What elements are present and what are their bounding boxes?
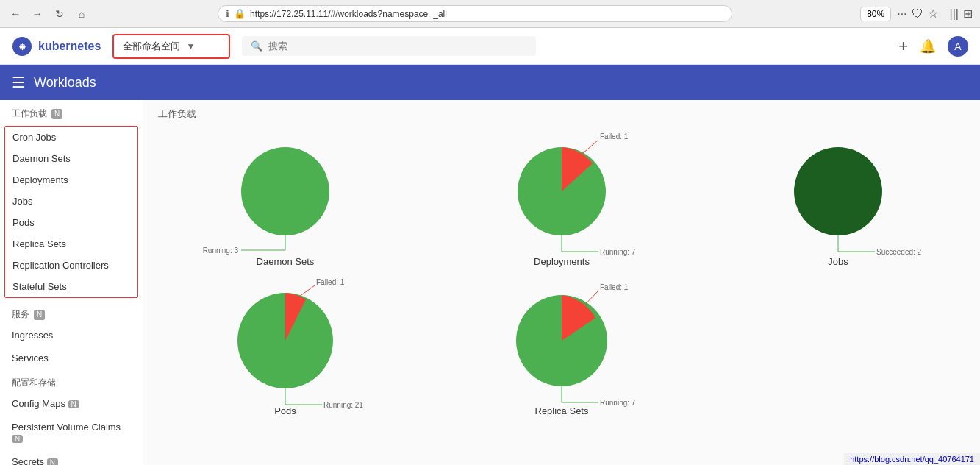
sidebar-item-daemon-sets[interactable]: Daemon Sets	[5, 148, 137, 169]
sidebar-item-jobs[interactable]: Jobs	[5, 191, 137, 212]
search-input[interactable]	[268, 40, 527, 52]
notification-icon[interactable]: 🔔	[920, 38, 936, 54]
back-button[interactable]: ←	[7, 6, 24, 22]
main-layout: 工作负载 N Cron Jobs Daemon Sets Deployments…	[0, 100, 980, 465]
sidebar-item-secrets[interactable]: Secrets N	[0, 450, 143, 465]
services-section-label: 服务 N	[0, 301, 143, 324]
svg-text:Running: 7: Running: 7	[600, 399, 636, 407]
topbar-right: + 🔔 A	[898, 36, 968, 57]
zoom-level: 80%	[860, 7, 891, 21]
browser-chrome: ← → ↻ ⌂ ℹ 🔒 https://172.25.11.11/#/workl…	[0, 0, 980, 28]
sidebar-item-config-maps[interactable]: Config Maps N	[0, 392, 143, 416]
svg-line-7	[577, 140, 598, 158]
url-text: https://172.25.11.11/#/workloads?namespa…	[250, 9, 447, 19]
svg-text:Running: 3: Running: 3	[203, 246, 239, 255]
chart-pods: Failed: 1 Running: 21 Pods	[158, 282, 412, 416]
home-button[interactable]: ⌂	[74, 6, 90, 22]
app-logo: ⎈ kubernetes	[12, 36, 101, 57]
search-icon: 🔍	[251, 40, 262, 52]
chart-daemon-sets-wrapper: Running: 3	[226, 132, 344, 250]
replica-sets-label: Replica Sets	[535, 405, 589, 416]
chart-jobs-wrapper: Succeeded: 2	[779, 132, 897, 250]
svg-line-23	[581, 291, 598, 309]
avatar[interactable]: A	[948, 36, 968, 57]
app-name: kubernetes	[38, 40, 101, 53]
svg-text:Running: 21: Running: 21	[323, 401, 363, 409]
chevron-down-icon: ▼	[186, 41, 195, 52]
browser-actions: ··· 🛡 ☆ ||| ⊞	[897, 7, 973, 21]
replica-sets-annotation-svg: Failed: 1 Running: 7	[503, 282, 620, 400]
svg-text:Failed: 1: Failed: 1	[600, 283, 629, 291]
jobs-label: Jobs	[828, 256, 848, 267]
svg-text:Running: 7: Running: 7	[600, 248, 636, 256]
status-bar: https://blog.csdn.net/qq_40764171	[844, 453, 980, 465]
svg-line-17	[296, 285, 315, 299]
svg-text:⎈: ⎈	[19, 40, 26, 52]
sidebar-item-services[interactable]: Services	[0, 347, 143, 369]
pods-label: Pods	[274, 405, 296, 416]
sidebar-item-replication-controllers[interactable]: Replication Controllers	[5, 255, 137, 276]
pvc-badge: N	[12, 435, 23, 443]
deployments-annotation-svg: Failed: 1 Running: 7	[503, 132, 620, 250]
sidebar-item-replica-sets[interactable]: Replica Sets	[5, 233, 137, 255]
library-icon: |||	[950, 7, 959, 21]
pods-annotation-svg: Failed: 1 Running: 21	[226, 282, 344, 400]
config-maps-badge: N	[68, 400, 79, 408]
jobs-annotation-svg: Succeeded: 2	[779, 132, 897, 250]
add-button[interactable]: +	[898, 37, 908, 56]
info-icon: ℹ	[226, 8, 229, 19]
status-url: https://blog.csdn.net/qq_40764171	[850, 455, 974, 464]
breadcrumb: 工作负载	[158, 107, 965, 121]
chart-pods-wrapper: Failed: 1 Running: 21	[226, 282, 344, 400]
svg-text:Failed: 1: Failed: 1	[316, 278, 345, 286]
chart-daemon-sets: Running: 3 Daemon Sets	[158, 132, 412, 267]
daemon-sets-label: Daemon Sets	[257, 256, 315, 267]
workloads-group: Cron Jobs Daemon Sets Deployments Jobs P…	[4, 126, 138, 298]
more-button[interactable]: ···	[897, 7, 906, 21]
app-topbar: ⎈ kubernetes 全部命名空间 ▼ 🔍 + 🔔 A	[0, 28, 980, 65]
sidebar-item-ingresses[interactable]: Ingresses	[0, 324, 143, 347]
sidebar-item-stateful-sets[interactable]: Stateful Sets	[5, 276, 137, 297]
svg-text:Succeeded: 2: Succeeded: 2	[876, 248, 922, 256]
bookmark-icon[interactable]: ☆	[928, 7, 938, 21]
secrets-badge: N	[47, 458, 58, 465]
config-section-label: 配置和存储	[0, 369, 143, 392]
kubernetes-logo-icon: ⎈	[12, 36, 32, 57]
sidebar-item-pods[interactable]: Pods	[5, 212, 137, 233]
sidebar-item-deployments[interactable]: Deployments	[5, 169, 137, 191]
sidebar-item-pvc[interactable]: Persistent Volume Claims N	[0, 416, 143, 450]
address-bar[interactable]: ℹ 🔒 https://172.25.11.11/#/workloads?nam…	[218, 5, 732, 22]
refresh-button[interactable]: ↻	[51, 6, 68, 22]
namespace-label: 全部命名空间	[123, 40, 180, 53]
section-title: Workloads	[34, 75, 96, 90]
workloads-badge: N	[51, 109, 62, 119]
search-bar[interactable]: 🔍	[242, 36, 536, 56]
workloads-section-label: 工作负载 N	[0, 100, 143, 123]
chart-replica-sets-wrapper: Failed: 1 Running: 7	[503, 282, 620, 400]
layout-icon: ⊞	[963, 7, 973, 21]
sidebar-item-cron-jobs[interactable]: Cron Jobs	[5, 127, 137, 148]
chart-jobs: Succeeded: 2 Jobs	[711, 132, 965, 267]
chart-replica-sets: Failed: 1 Running: 7 Replica Sets	[434, 282, 689, 416]
deployments-label: Deployments	[534, 256, 590, 267]
section-header: ☰ Workloads	[0, 65, 980, 100]
daemon-sets-annotation-svg: Running: 3	[226, 132, 344, 250]
forward-button[interactable]: →	[29, 6, 46, 22]
namespace-selector[interactable]: 全部命名空间 ▼	[112, 34, 230, 59]
svg-text:Failed: 1: Failed: 1	[600, 132, 629, 141]
content-area: 工作负载 Running: 3 Daemon Sets	[143, 100, 980, 465]
chart-deployments-wrapper: Failed: 1 Running: 7	[503, 132, 620, 250]
charts-grid: Running: 3 Daemon Sets	[158, 132, 965, 416]
menu-icon[interactable]: ☰	[12, 74, 25, 91]
shield-icon: 🛡	[912, 7, 923, 21]
chart-deployments: Failed: 1 Running: 7 Deployments	[434, 132, 689, 267]
services-badge: N	[34, 310, 45, 320]
lock-icon: 🔒	[234, 8, 246, 19]
sidebar: 工作负载 N Cron Jobs Daemon Sets Deployments…	[0, 100, 143, 465]
